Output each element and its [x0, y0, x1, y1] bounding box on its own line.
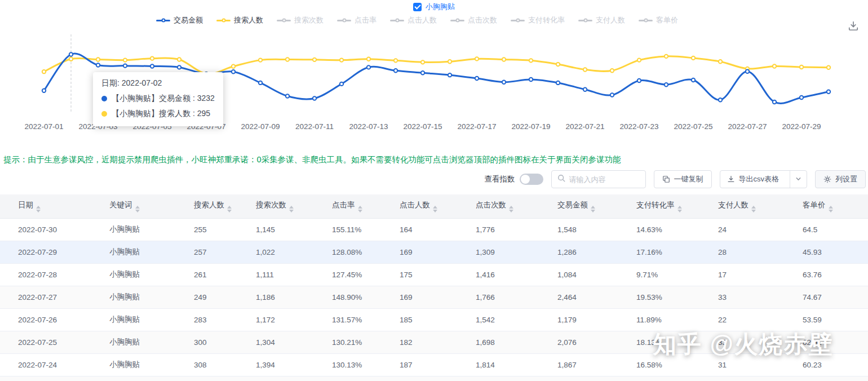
column-header-9[interactable]: 支付人数: [700, 194, 785, 218]
column-header-1[interactable]: 关键词: [91, 194, 176, 218]
table-row[interactable]: 2022-07-27小胸胸贴2491,186148.90%1691,7662,4…: [0, 286, 868, 308]
tooltip-date: 日期: 2022-07-02: [101, 78, 215, 88]
table-cell: 2022-07-24: [0, 353, 91, 376]
sort-caret-icon[interactable]: [36, 206, 41, 212]
copy-icon: [662, 175, 670, 183]
search-input[interactable]: [569, 175, 637, 184]
sort-caret-icon[interactable]: [433, 206, 437, 212]
table-cell: 169: [382, 241, 458, 263]
legend-marker-icon: [277, 17, 291, 24]
column-header-label: 点击次数: [476, 201, 506, 209]
search-box[interactable]: [551, 170, 646, 188]
export-csv-button[interactable]: 导出csv表格: [720, 170, 808, 188]
table-cell: 1,416: [458, 263, 539, 286]
series-checkbox[interactable]: [413, 3, 422, 11]
sort-caret-icon[interactable]: [591, 206, 595, 212]
sort-caret-icon[interactable]: [358, 206, 362, 212]
data-point: [340, 58, 343, 61]
legend-item-7[interactable]: 支付人数: [578, 15, 625, 25]
legend-marker-icon: [156, 17, 170, 24]
legend-item-5[interactable]: 点击次数: [450, 15, 497, 25]
export-dropdown-button[interactable]: [790, 171, 807, 188]
column-header-2[interactable]: 搜索人数: [176, 194, 238, 218]
legend-label: 点击人数: [408, 15, 437, 25]
column-header-8[interactable]: 支付转化率: [618, 194, 700, 218]
sort-caret-icon[interactable]: [227, 206, 232, 212]
legend-item-8[interactable]: 客单价: [639, 15, 678, 25]
column-header-10[interactable]: 客单价: [785, 194, 868, 218]
table-cell: 255: [176, 218, 238, 241]
data-point: [96, 63, 100, 67]
table-cell: 308: [176, 353, 238, 376]
data-point: [340, 82, 343, 86]
table-cell: 小胸胸贴: [91, 286, 176, 308]
legend-item-3[interactable]: 点击率: [337, 15, 377, 25]
table-row[interactable]: 2022-07-29小胸胸贴2571,022128.08%1691,3091,2…: [0, 241, 868, 263]
data-point: [800, 96, 803, 99]
risk-notice: 提示：由于生意参谋风控，近期提示禁用爬虫插件，小旺神郑重承诺：0采集参谋、非爬虫…: [3, 154, 621, 165]
sort-caret-icon[interactable]: [829, 206, 833, 212]
tooltip-item: 【小胸胸贴】交易金额 : 3232: [101, 94, 215, 104]
x-axis-label: 2022-07-27: [728, 122, 767, 131]
data-point: [448, 60, 451, 63]
sort-caret-icon[interactable]: [751, 206, 756, 212]
x-axis-label: 2022-07-09: [241, 122, 280, 131]
column-header-7[interactable]: 交易金额: [539, 194, 618, 218]
legend-marker-icon: [639, 17, 653, 24]
table-row[interactable]: 2022-07-25小胸胸贴3001,304130.21%1821,6982,0…: [0, 331, 868, 353]
column-header-0[interactable]: 日期: [0, 194, 91, 218]
legend-item-0[interactable]: 交易金额: [156, 15, 203, 25]
table-cell: 33: [700, 286, 785, 308]
series-dot-icon: [101, 96, 107, 101]
table-cell: [700, 376, 785, 381]
table-cell: 45.93: [785, 241, 868, 263]
data-point: [800, 65, 803, 69]
table-row[interactable]: 2022-07-28小胸胸贴2611,111127.45%1751,4161,0…: [0, 263, 868, 286]
table-row-partial[interactable]: [0, 376, 868, 381]
data-point: [719, 60, 722, 63]
tooltip-item: 【小胸胸贴】搜索人数 : 295: [101, 109, 215, 119]
column-header-5[interactable]: 点击人数: [382, 194, 458, 218]
table-cell: 2022-07-27: [0, 286, 91, 308]
table-row[interactable]: 2022-07-24小胸胸贴3081,394130.13%1871,8141,8…: [0, 353, 868, 376]
sort-caret-icon[interactable]: [509, 206, 513, 212]
data-point: [286, 94, 289, 98]
sort-caret-icon[interactable]: [289, 206, 294, 212]
data-point: [394, 59, 397, 62]
table-cell: 148.90%: [314, 286, 382, 308]
table-cell: 300: [176, 331, 238, 353]
table-row[interactable]: 2022-07-26小胸胸贴2831,172131.57%1851,5421,1…: [0, 308, 868, 331]
sort-caret-icon[interactable]: [135, 206, 140, 212]
table-cell: 283: [176, 308, 238, 331]
x-axis-label: 2022-07-17: [457, 122, 496, 131]
sort-caret-icon[interactable]: [677, 206, 682, 212]
table-cell: 164: [382, 218, 458, 241]
column-header-4[interactable]: 点击率: [314, 194, 382, 218]
column-header-6[interactable]: 点击次数: [458, 194, 539, 218]
x-axis-label: 2022-07-11: [295, 122, 334, 131]
column-header-label: 日期: [18, 201, 33, 209]
data-point: [475, 57, 479, 60]
column-header-label: 搜索次数: [256, 201, 286, 209]
legend-item-1[interactable]: 搜索人数: [216, 15, 263, 25]
legend-item-6[interactable]: 支付转化率: [511, 15, 565, 25]
column-header-3[interactable]: 搜索次数: [238, 194, 314, 218]
copy-button[interactable]: 一键复制: [654, 170, 712, 188]
table-cell: 2022-07-28: [0, 263, 91, 286]
table-cell: 小胸胸贴: [91, 308, 176, 331]
column-header-label: 搜索人数: [194, 201, 224, 209]
data-point: [178, 65, 181, 69]
view-index-toggle[interactable]: [520, 174, 543, 185]
legend-label: 交易金额: [174, 15, 203, 25]
column-settings-button[interactable]: 列设置: [815, 170, 866, 188]
table-cell: 130.13%: [314, 353, 382, 376]
legend-item-2[interactable]: 搜索次数: [277, 15, 324, 25]
legend-item-4[interactable]: 点击人数: [390, 15, 437, 25]
table-cell: 185: [382, 308, 458, 331]
table-cell: 1,394: [238, 353, 314, 376]
table-cell: [785, 376, 868, 381]
table-row[interactable]: 2022-07-30小胸胸贴2551,145155.11%1641,7761,5…: [0, 218, 868, 241]
data-point: [637, 79, 641, 82]
legend-marker-icon: [511, 17, 525, 24]
legend-label: 客单价: [656, 15, 678, 25]
